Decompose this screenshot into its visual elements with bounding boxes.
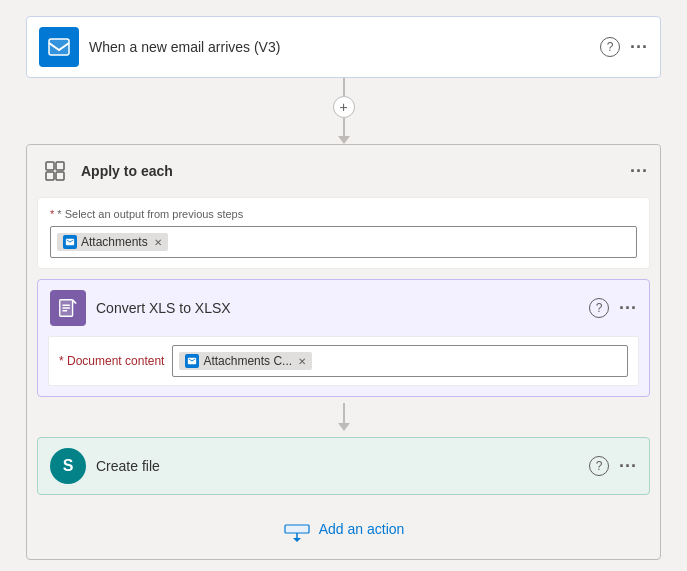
connector-line-top: [343, 78, 345, 96]
apply-each-container: Apply to each ··· * * Select an output f…: [26, 144, 661, 560]
add-between-button[interactable]: +: [333, 96, 355, 118]
svg-marker-10: [293, 538, 301, 542]
create-file-more-button[interactable]: ···: [619, 456, 637, 477]
select-output-input[interactable]: Attachments ✕: [50, 226, 637, 258]
create-file-help-button[interactable]: ?: [589, 456, 609, 476]
inner-arrow-line: [343, 403, 345, 423]
connector-arrow: [338, 136, 350, 144]
create-file-icon: S: [50, 448, 86, 484]
svg-rect-4: [46, 172, 54, 180]
attachments-tag-label: Attachments: [81, 235, 148, 249]
create-file-label: Create file: [96, 458, 579, 474]
apply-each-actions: ···: [630, 161, 648, 182]
convert-help-button[interactable]: ?: [589, 298, 609, 318]
trigger-block: When a new email arrives (V3) ? ···: [26, 16, 661, 78]
add-action-label: Add an action: [319, 521, 405, 537]
create-file-header: S Create file ? ···: [38, 438, 649, 494]
convert-action-actions: ? ···: [589, 298, 637, 319]
svg-rect-5: [56, 172, 64, 180]
apply-each-more-button[interactable]: ···: [630, 161, 648, 182]
add-action-button[interactable]: Add an action: [283, 515, 405, 543]
convert-action-block: Convert XLS to XLSX ? ··· * Document con…: [37, 279, 650, 397]
trigger-label: When a new email arrives (V3): [89, 39, 590, 55]
trigger-more-button[interactable]: ···: [630, 37, 648, 58]
convert-more-button[interactable]: ···: [619, 298, 637, 319]
trigger-actions: ? ···: [600, 37, 648, 58]
trigger-icon: [39, 27, 79, 67]
convert-action-header: Convert XLS to XLSX ? ···: [38, 280, 649, 336]
apply-each-label: Apply to each: [81, 163, 620, 179]
convert-action-icon: [50, 290, 86, 326]
svg-rect-2: [46, 162, 54, 170]
trigger-help-button[interactable]: ?: [600, 37, 620, 57]
doc-content-input[interactable]: Attachments C... ✕: [172, 345, 628, 377]
select-output-label: * * Select an output from previous steps: [50, 208, 637, 220]
add-action-icon: [283, 515, 311, 543]
attachments-tag-icon: [63, 235, 77, 249]
doc-content-tag-icon: [185, 354, 199, 368]
doc-content-tag: Attachments C... ✕: [179, 352, 312, 370]
apply-each-icon: [39, 155, 71, 187]
attachments-tag: Attachments ✕: [57, 233, 168, 251]
add-action-area: Add an action: [27, 495, 660, 559]
svg-rect-8: [285, 525, 309, 533]
inner-arrow-head: [338, 423, 350, 431]
attachments-tag-close[interactable]: ✕: [154, 237, 162, 248]
doc-content-tag-close[interactable]: ✕: [298, 356, 306, 367]
svg-rect-3: [56, 162, 64, 170]
apply-each-body: * * Select an output from previous steps…: [37, 197, 650, 269]
apply-each-header: Apply to each ···: [27, 145, 660, 197]
doc-content-tag-label: Attachments C...: [203, 354, 292, 368]
convert-action-body: * Document content Attachments C... ✕: [48, 336, 639, 386]
svg-rect-0: [49, 39, 69, 55]
create-file-actions: ? ···: [589, 456, 637, 477]
connector-line-bottom: [343, 118, 345, 136]
inner-arrow-connector: [27, 397, 660, 437]
trigger-connector: +: [333, 78, 355, 144]
doc-content-label: * Document content: [59, 354, 164, 368]
convert-action-label: Convert XLS to XLSX: [96, 300, 579, 316]
create-file-block: S Create file ? ···: [37, 437, 650, 495]
